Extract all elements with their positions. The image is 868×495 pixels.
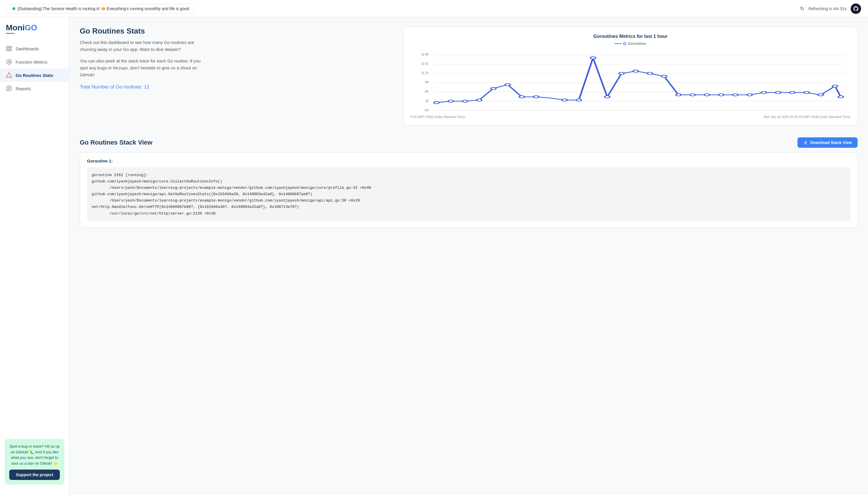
svg-point-41 xyxy=(690,94,695,96)
stack-view-title: Go Routines Stack View xyxy=(80,139,152,146)
page-title: Go Routines Stats xyxy=(80,27,394,36)
svg-point-36 xyxy=(619,72,624,74)
svg-point-50 xyxy=(818,94,823,96)
total-count: Total Number of Go routines: 12 xyxy=(80,84,394,90)
svg-point-42 xyxy=(704,94,709,96)
function-metrics-icon xyxy=(6,59,12,65)
sidebar-item-label-reports: Reports xyxy=(16,86,31,91)
svg-point-33 xyxy=(576,99,581,101)
hero-left: Go Routines Stats Check out this dashboa… xyxy=(80,27,394,126)
svg-marker-5 xyxy=(6,72,12,78)
sidebar-item-function-metrics[interactable]: Function Metircs xyxy=(0,55,69,69)
svg-text:18: 18 xyxy=(421,53,428,56)
svg-point-34 xyxy=(590,57,596,59)
svg-point-40 xyxy=(676,94,681,96)
sidebar-item-dashboards[interactable]: Dashboards xyxy=(0,42,69,55)
goroutine-code: goroutine 2162 [running]: github.com/iya… xyxy=(87,167,850,221)
reports-icon xyxy=(6,85,12,92)
svg-rect-2 xyxy=(7,49,8,51)
section-desc-2: You can also peek at the stack trace for… xyxy=(80,57,207,78)
svg-point-45 xyxy=(747,94,752,96)
topbar-right: ↻ Refreshing in 4m 51s xyxy=(800,3,861,14)
github-avatar[interactable] xyxy=(851,3,861,14)
stack-view-header: Go Routines Stack View Download Stack Vi… xyxy=(80,137,857,148)
svg-text:15: 15 xyxy=(421,62,428,65)
svg-point-49 xyxy=(804,91,809,94)
sidebar: Moni GO Dashboards Function Metircs Go R… xyxy=(0,17,69,495)
legend-label: Goroutines xyxy=(628,41,646,46)
goroutine-label: Goroutine 1: xyxy=(87,158,850,164)
logo-go: GO xyxy=(24,23,37,32)
download-icon xyxy=(803,140,808,145)
svg-point-52 xyxy=(838,96,843,98)
svg-rect-3 xyxy=(10,49,11,51)
logo: Moni GO xyxy=(0,23,69,42)
status-bar: [Outstanding] The Service Health is rock… xyxy=(7,4,196,14)
chart-legend: Goroutines xyxy=(411,41,851,46)
svg-point-48 xyxy=(790,91,795,94)
svg-rect-1 xyxy=(10,46,11,48)
sidebar-nav: Dashboards Function Metircs Go Routines … xyxy=(0,42,69,95)
svg-point-32 xyxy=(562,99,567,101)
goroutines-chart: 0 3 6 9 12 15 18 xyxy=(411,49,851,113)
chart-x-label-start: 8:26 GMT+0530 (India Standard Time) xyxy=(411,115,465,119)
svg-text:3: 3 xyxy=(424,99,428,103)
legend-line xyxy=(615,44,621,44)
dashboard-icon xyxy=(6,46,12,52)
hero-section: Go Routines Stats Check out this dashboa… xyxy=(80,27,857,126)
svg-point-29 xyxy=(505,84,510,86)
status-text: [Outstanding] The Service Health is rock… xyxy=(18,6,190,11)
svg-point-26 xyxy=(462,100,467,102)
refresh-timer: Refreshing in 4m 51s xyxy=(809,6,847,11)
sidebar-item-reports[interactable]: Reports xyxy=(0,82,69,95)
svg-point-51 xyxy=(832,85,837,87)
sidebar-item-label-function-metrics: Function Metircs xyxy=(16,59,47,65)
refresh-icon[interactable]: ↻ xyxy=(800,5,804,12)
ad-text: Spot a bug or issue? Hit us up on GitHub… xyxy=(9,444,59,465)
svg-point-25 xyxy=(448,100,453,102)
goroutines-icon xyxy=(6,72,12,78)
svg-text:0: 0 xyxy=(424,108,428,112)
sidebar-item-label-go-routines-stats: Go Routines Stats xyxy=(16,73,53,78)
logo-moni: Moni xyxy=(6,23,24,32)
svg-text:9: 9 xyxy=(424,80,428,84)
download-stack-button[interactable]: Download Stack View xyxy=(797,137,857,148)
svg-point-24 xyxy=(434,102,439,104)
sidebar-item-label-dashboards: Dashboards xyxy=(16,46,39,51)
svg-rect-0 xyxy=(7,46,8,48)
svg-point-39 xyxy=(661,75,667,78)
svg-point-44 xyxy=(733,94,738,96)
svg-point-47 xyxy=(775,91,780,94)
sidebar-item-go-routines-stats[interactable]: Go Routines Stats xyxy=(0,69,69,82)
svg-text:6: 6 xyxy=(424,90,428,93)
topbar: [Outstanding] The Service Health is rock… xyxy=(0,0,868,17)
sidebar-ad: Spot a bug or issue? Hit us up on GitHub… xyxy=(5,439,65,484)
chart-card: Goroutines Metrics for last 1 hour Gorou… xyxy=(403,27,858,126)
svg-point-35 xyxy=(604,96,610,98)
svg-point-31 xyxy=(533,96,538,98)
svg-point-27 xyxy=(477,99,482,101)
svg-point-37 xyxy=(633,70,638,72)
chart-x-label-end: Mon Sep 16 2024 20:30:33 GMT+0530 (India… xyxy=(764,115,850,119)
legend-dot xyxy=(623,42,626,45)
svg-text:12: 12 xyxy=(421,71,428,74)
support-button[interactable]: Support the project xyxy=(9,470,60,480)
layout: Moni GO Dashboards Function Metircs Go R… xyxy=(0,17,868,495)
svg-point-30 xyxy=(519,96,525,98)
svg-point-43 xyxy=(718,94,724,96)
svg-point-4 xyxy=(7,59,12,65)
svg-point-38 xyxy=(647,72,653,74)
chart-title: Goroutines Metrics for last 1 hour xyxy=(411,34,851,39)
section-desc-1: Check out this dashboard to see how many… xyxy=(80,39,207,53)
goroutine-card: Goroutine 1: goroutine 2162 [running]: g… xyxy=(80,152,857,227)
logo-underline xyxy=(6,33,15,34)
download-label: Download Stack View xyxy=(810,140,852,145)
status-indicator xyxy=(13,7,15,10)
svg-point-46 xyxy=(761,91,766,94)
main-content: Go Routines Stats Check out this dashboa… xyxy=(69,17,868,495)
svg-point-28 xyxy=(491,87,496,90)
